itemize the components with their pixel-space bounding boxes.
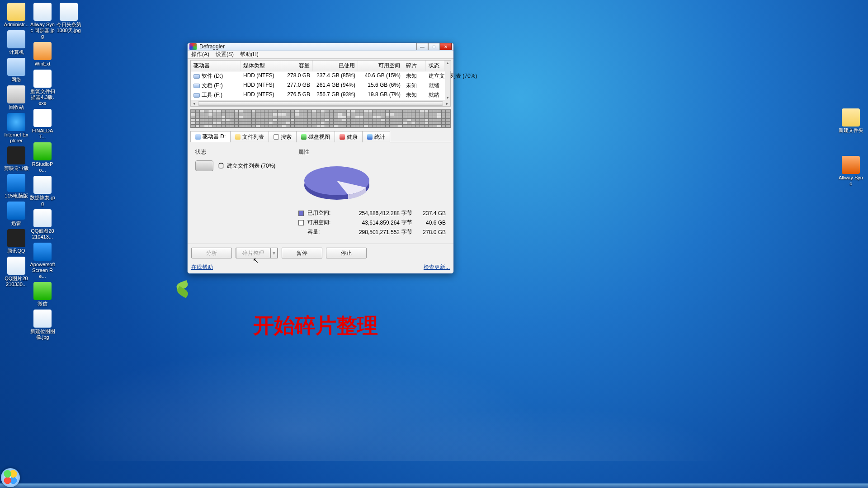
pause-button[interactable]: 暂停 [282,248,322,258]
file-icon [7,58,25,76]
stop-button[interactable]: 停止 [326,248,367,258]
drive-list-header: 驱动器 媒体类型 容量 已使用 可用空间 碎片 状态 [191,61,450,71]
capacity-bytes: 298,501,271,552 [341,229,400,235]
col-free[interactable]: 可用空间 [358,61,403,71]
stats-icon [367,134,373,140]
icon-label: FINALDAT... [30,128,55,140]
file-icon [7,30,25,48]
bytes-unit: 字节 [401,228,417,236]
desktop-icon[interactable]: 计算机 [4,30,29,55]
drive-icon [193,74,200,79]
icon-label: 回收站 [9,104,24,110]
action-buttons: 分析 碎片整理 ▾ 暂停 停止 [188,244,453,262]
file-icon [842,108,860,127]
minimize-button[interactable]: — [416,43,428,50]
desktop-icon[interactable]: 新建位图图像.jpg [30,310,55,340]
drive-row[interactable]: 软件 (D:)HDD (NTFS)278.0 GB237.4 GB (85%)4… [191,71,450,81]
tab-health[interactable]: 健康 [335,131,363,142]
menu-help[interactable]: 帮助(H) [240,51,259,58]
desktop-icon[interactable]: 微信 [30,282,55,307]
desktop-icons-col-1: Administr...计算机网络回收站Internet Explorer剪映专… [2,3,31,287]
file-icon [33,282,52,300]
file-icon [33,176,52,194]
desktop-icon[interactable]: 115电脑版 [4,174,29,199]
used-swatch [298,211,304,216]
defrag-button[interactable]: 碎片整理 [236,248,270,258]
icon-label: 剪映专业版 [4,165,29,171]
horizontal-scrollbar[interactable] [191,100,450,106]
drive-row[interactable]: 文档 (E:)HDD (NTFS)277.0 GB261.4 GB (94%)1… [191,81,450,90]
free-label: 可用空间: [307,219,339,226]
drive-row[interactable]: 工具 (F:)HDD (NTFS)276.5 GB256.7 GB (93%)1… [191,90,450,100]
tab-disk-map[interactable]: 磁盘视图 [296,131,335,142]
app-icon [189,43,197,50]
status-panel: 状态 建立文件列表 (70%) [190,145,289,241]
col-status[interactable]: 状态 [426,61,445,71]
bytes-unit: 字节 [401,209,417,217]
menu-action[interactable]: 操作(A) [191,51,209,58]
desktop-icon[interactable]: 回收站 [4,85,29,110]
disk-block-map[interactable] [190,109,451,128]
icon-label: 迅雷 [11,221,21,226]
desktop-icon[interactable]: WinExt [30,42,55,67]
tab-stats[interactable]: 统计 [362,131,390,142]
analyze-button[interactable]: 分析 [191,248,232,258]
bytes-unit: 字节 [401,219,417,226]
check-update-link[interactable]: 检查更新... [424,263,450,271]
col-frag[interactable]: 碎片 [403,61,426,71]
desktop-icon[interactable]: Allway Sync [838,156,863,187]
desktop-icon[interactable]: 迅雷 [4,202,29,226]
col-used[interactable]: 已使用 [313,61,358,71]
icon-label: 今日头条第1000天.jpg [56,22,81,33]
drive-icon [195,134,201,140]
icon-label: 115电脑版 [5,193,28,199]
icon-label: Internet Explorer [4,132,29,144]
desktop-icon[interactable]: 剪映专业版 [4,146,29,171]
icon-label: 微信 [38,301,47,307]
defrag-button-group: 碎片整理 ▾ [236,248,278,258]
tab-strip: 驱动器 D: 文件列表 搜索 磁盘视图 健康 统计 [190,131,451,142]
drive-icon [193,84,200,88]
taskbar[interactable] [0,483,868,488]
close-button[interactable]: ✕ [440,43,452,50]
icon-label: 网络 [11,77,21,83]
col-media[interactable]: 媒体类型 [241,61,281,71]
free-swatch [298,220,304,225]
desktop-icon[interactable]: 新建文件夹 [838,108,863,133]
desktop-icon[interactable]: Internet Explorer [4,113,29,144]
desktop-icon[interactable]: 数据恢复.jpg [30,176,55,206]
desktop-icon[interactable]: Apowersoft Screen Re... [30,243,55,279]
desktop-icon[interactable]: Administr... [4,3,29,28]
desktop-icon[interactable]: FINALDAT... [30,109,55,140]
tab-drive[interactable]: 驱动器 D: [190,131,231,142]
defraggler-window: Defraggler — □ ✕ 操作(A) 设置(S) 帮助(H) 驱动器 媒… [187,42,454,274]
vertical-scrollbar[interactable] [445,61,450,100]
start-button[interactable] [1,468,20,487]
desktop-icon[interactable]: 重复文件扫描器4.3版.exe [30,70,55,106]
titlebar[interactable]: Defraggler — □ ✕ [188,43,453,51]
desktop-icon[interactable]: 今日头条第1000天.jpg [56,3,81,33]
free-bytes: 43,614,859,264 [341,220,400,226]
col-capacity[interactable]: 容量 [281,61,313,71]
file-icon [33,3,52,21]
folder-icon [235,134,241,140]
tab-search[interactable]: 搜索 [269,131,297,142]
hdd-icon [195,160,213,171]
tab-file-list[interactable]: 文件列表 [230,131,269,142]
file-icon [7,85,25,103]
online-help-link[interactable]: 在线帮助 [191,263,213,271]
defrag-dropdown-button[interactable]: ▾ [270,248,278,258]
menu-settings[interactable]: 设置(S) [216,51,234,58]
col-drive[interactable]: 驱动器 [191,61,241,71]
file-icon [60,3,78,21]
drive-icon [193,93,200,98]
desktop-icon[interactable]: 网络 [4,58,29,83]
desktop-icon[interactable]: 腾讯QQ [4,229,29,254]
icon-label: WinExt [35,61,51,67]
desktop-icon[interactable]: QQ截图20210413... [30,209,55,240]
desktop-icon[interactable]: QQ图片20210330... [4,257,29,287]
desktop-icon[interactable]: RStudioPo... [30,142,55,173]
maximize-button[interactable]: □ [428,43,440,50]
desktop-icon[interactable]: Allway Sync 同步器.jpg [30,3,55,39]
scrollbar-thumb[interactable] [198,101,443,106]
